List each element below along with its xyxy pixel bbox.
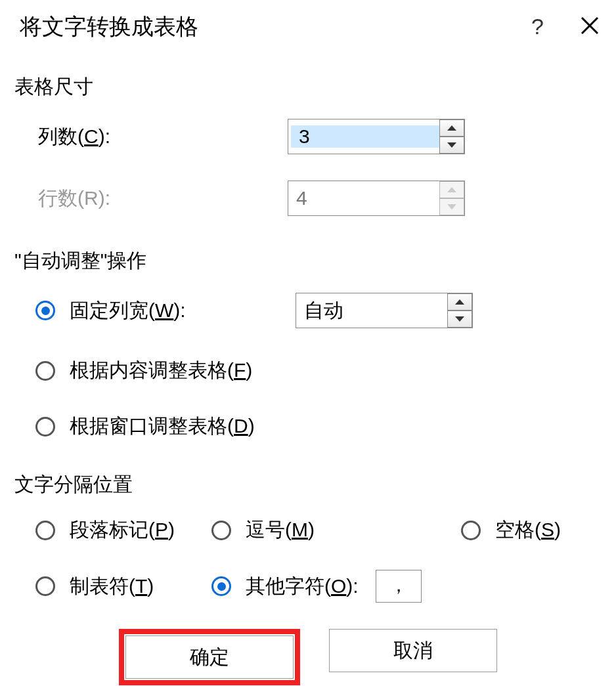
convert-text-to-table-dialog: 将文字转换成表格 ? 表格尺寸 列数(C): 3 行数(R): 4: [0, 0, 616, 685]
sep-comma-label: 逗号(M): [246, 517, 315, 544]
chevron-down-icon: [447, 204, 456, 209]
rows-value: 4: [288, 187, 439, 209]
rows-increment: [439, 181, 464, 198]
sep-tab-item[interactable]: 制表符(T): [35, 573, 211, 600]
sep-comma-radio[interactable]: [211, 521, 231, 540]
sep-other-item[interactable]: 其他字符(O): ，: [211, 570, 422, 603]
fixed-width-label: 固定列宽(W):: [70, 297, 186, 324]
columns-spinner[interactable]: 3: [288, 119, 465, 154]
sep-comma-item[interactable]: 逗号(M): [211, 517, 461, 544]
chevron-down-icon: [447, 142, 456, 148]
rows-decrement: [439, 198, 464, 215]
sep-space-item[interactable]: 空格(S): [461, 517, 561, 544]
sep-other-label: 其他字符(O):: [246, 573, 359, 600]
columns-value[interactable]: 3: [291, 125, 439, 148]
columns-decrement[interactable]: [439, 137, 464, 154]
sep-tab-label: 制表符(T): [70, 573, 154, 600]
autofit-window-label: 根据窗口调整表格(D): [70, 413, 255, 440]
other-char-input[interactable]: ，: [376, 570, 422, 603]
sep-paragraph-radio[interactable]: [35, 521, 55, 540]
sep-space-radio[interactable]: [461, 521, 481, 540]
fixed-width-decrement[interactable]: [447, 311, 472, 328]
autofit-window-row[interactable]: 根据窗口调整表格(D): [35, 413, 616, 440]
rows-label: 行数(R):: [38, 185, 288, 212]
sep-space-label: 空格(S): [495, 517, 561, 544]
autofit-content-label: 根据内容调整表格(F): [70, 357, 252, 384]
ok-button-highlight: 确定: [119, 629, 300, 685]
help-button[interactable]: ?: [531, 15, 544, 39]
chevron-up-icon: [455, 299, 464, 305]
columns-increment[interactable]: [439, 119, 464, 137]
ok-button[interactable]: 确定: [125, 635, 294, 679]
section-autofit: "自动调整"操作: [14, 247, 616, 274]
sep-tab-radio[interactable]: [35, 576, 55, 596]
sep-paragraph-label: 段落标记(P): [70, 517, 175, 544]
close-button[interactable]: [579, 15, 600, 39]
sep-other-radio[interactable]: [211, 576, 231, 596]
autofit-content-radio[interactable]: [35, 361, 55, 381]
fixed-width-radio[interactable]: [35, 301, 55, 320]
columns-label: 列数(C):: [38, 123, 288, 150]
section-separator: 文字分隔位置: [14, 471, 616, 498]
dialog-title: 将文字转换成表格: [20, 12, 198, 42]
fixed-width-value[interactable]: 自动: [296, 297, 447, 324]
chevron-down-icon: [455, 316, 464, 322]
rows-row: 行数(R): 4: [38, 181, 616, 216]
autofit-fixed-row: 固定列宽(W): 自动: [35, 293, 616, 328]
cancel-button[interactable]: 取消: [329, 629, 497, 672]
chevron-up-icon: [447, 187, 456, 192]
columns-row: 列数(C): 3: [38, 119, 616, 154]
close-icon: [579, 15, 600, 36]
autofit-content-row[interactable]: 根据内容调整表格(F): [35, 357, 616, 384]
dialog-buttons: 确定 取消: [0, 629, 616, 685]
fixed-width-spinner[interactable]: 自动: [296, 293, 473, 328]
chevron-up-icon: [447, 125, 456, 131]
section-table-size: 表格尺寸: [14, 74, 616, 100]
fixed-width-increment[interactable]: [447, 293, 472, 311]
sep-paragraph-item[interactable]: 段落标记(P): [35, 517, 211, 544]
titlebar: 将文字转换成表格 ?: [0, 0, 616, 42]
rows-spinner: 4: [288, 181, 465, 216]
autofit-window-radio[interactable]: [35, 417, 55, 437]
